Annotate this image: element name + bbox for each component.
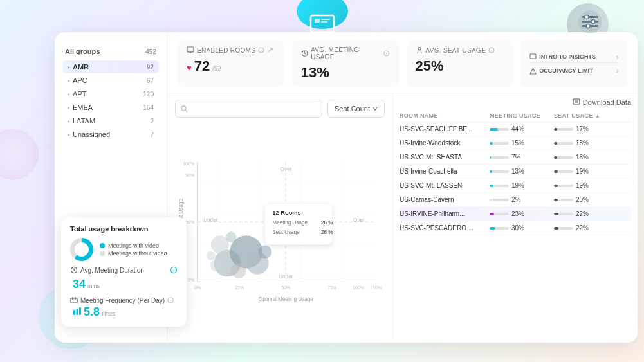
legend-dot-no-video xyxy=(100,251,105,256)
sidebar-group-latam[interactable]: ▸ LATAM 2 xyxy=(62,114,159,127)
svg-rect-5 xyxy=(321,21,327,23)
table-row[interactable]: US-SVC-Mt. LASSEN 19% 19% xyxy=(400,179,631,193)
seat-usage-cell: 17% xyxy=(554,125,618,132)
stat-insights: INTRO TO INSIGHTS › ! OCCUPANCY LIMIT › xyxy=(520,40,627,87)
meeting-pct: 2% xyxy=(511,196,520,203)
seat-bar xyxy=(554,170,573,173)
seat-usage-cell: 18% xyxy=(554,154,618,161)
freq-bar-icon xyxy=(73,307,82,316)
meeting-usage-cell: 44% xyxy=(490,125,554,132)
svg-text:100%: 100% xyxy=(353,285,364,290)
stat-avg-seat-usage: Avg. Seat Usage i 25% xyxy=(407,40,513,87)
meeting-bar-fill xyxy=(490,227,495,230)
seat-bar-fill xyxy=(554,142,557,145)
legend-without-video: Meetings without video xyxy=(100,250,167,257)
enabled-rooms-title: Enabled Rooms i xyxy=(187,46,275,54)
expand-arrow: ▸ xyxy=(68,132,70,138)
svg-point-52 xyxy=(181,106,186,111)
download-data-button[interactable]: Download Data xyxy=(573,98,631,106)
external-link-icon[interactable] xyxy=(267,47,273,53)
seat-usage-cell: 22% xyxy=(554,210,618,217)
room-name: US-SVC-SEACLIFF BE... xyxy=(400,125,490,132)
seat-bar xyxy=(554,185,573,187)
sidebar-group-apc[interactable]: ▸ APC 67 xyxy=(62,74,159,87)
svg-text:0%: 0% xyxy=(188,278,194,283)
svg-rect-103 xyxy=(77,309,78,315)
legend-items: Meetings with video Meetings without vid… xyxy=(100,242,167,257)
table-row[interactable]: US-Irvine-Woodstock 15% 18% xyxy=(400,136,631,150)
stats-row: Enabled Rooms i ♥ 72 /92 Avg. Meeting Us… xyxy=(167,32,638,93)
meeting-bar-fill xyxy=(490,156,491,159)
svg-point-76 xyxy=(210,260,223,272)
meeting-usage-cell: 19% xyxy=(490,182,554,189)
table-row[interactable]: US-IRVINE-Philharm... 23% 22% xyxy=(400,207,631,221)
seat-bar xyxy=(554,213,573,215)
meeting-bar-fill xyxy=(490,170,492,173)
svg-point-47 xyxy=(418,48,421,50)
svg-rect-39 xyxy=(187,47,194,52)
room-name: US-IRVINE-Philharm... xyxy=(400,210,490,217)
svg-text:Optimal Meeting Usage: Optimal Meeting Usage xyxy=(259,296,313,302)
table-row[interactable]: US-SVC-SEACLIFF BE... 44% 17% xyxy=(400,122,631,136)
seat-bar xyxy=(554,142,573,145)
table-row[interactable]: US-SVC-Mt. SHASTA 7% 18% xyxy=(400,150,631,165)
svg-text:i: i xyxy=(261,49,262,53)
seat-count-button[interactable]: Seat Count xyxy=(327,100,385,118)
svg-text:90%: 90% xyxy=(185,174,194,178)
table-row[interactable]: US-Camas-Cavern 2% 20% xyxy=(400,193,631,207)
svg-text:i: i xyxy=(386,51,387,55)
seat-bar xyxy=(554,227,573,230)
insight-occupancy[interactable]: ! OCCUPANCY LIMIT › xyxy=(529,66,618,77)
meeting-bar xyxy=(490,185,509,187)
stat-enabled-rooms: Enabled Rooms i ♥ 72 /92 xyxy=(178,40,284,87)
meeting-usage-cell: 13% xyxy=(490,168,554,175)
meeting-icon xyxy=(301,50,308,57)
group-count: 2 xyxy=(150,118,154,125)
sidebar-group-amr[interactable]: ▸ AMR 92 xyxy=(62,60,159,73)
svg-point-12 xyxy=(586,24,590,28)
freq-unit: times xyxy=(102,311,116,317)
scatter-svg: 0% 25% 50% 75% 100% 110% 0% 50% 90% 100%… xyxy=(175,123,385,336)
avg-duration-value: 34 xyxy=(73,278,86,291)
group-count: 120 xyxy=(143,91,154,98)
meeting-bar xyxy=(490,213,509,215)
meeting-pct: 15% xyxy=(511,140,524,147)
all-groups-header[interactable]: All groups 452 xyxy=(62,45,159,58)
download-icon xyxy=(573,98,580,106)
group-name-label: Unassigned xyxy=(73,131,110,138)
monitor-insight-icon xyxy=(529,53,537,60)
room-name: US-Irvine-Woodstock xyxy=(400,140,490,147)
room-name: US-SVC-PESCADERO ... xyxy=(400,224,490,231)
seat-bar xyxy=(554,128,573,131)
monitor-small-icon xyxy=(187,46,194,54)
frequency-icon xyxy=(70,296,78,304)
meeting-bar xyxy=(490,170,509,173)
sidebar-group-apt[interactable]: ▸ APT 120 xyxy=(62,87,159,100)
svg-rect-91 xyxy=(573,99,580,104)
table-row[interactable]: US-SVC-PESCADERO ... 30% 22% xyxy=(400,221,631,235)
group-name-label: APC xyxy=(73,77,87,84)
usage-breakdown-card: Total usage breakdown Meetings with vide… xyxy=(61,217,187,327)
sidebar-group-emea[interactable]: ▸ EMEA 164 xyxy=(62,101,159,114)
meeting-pct: 19% xyxy=(511,182,524,189)
expand-arrow: ▸ xyxy=(68,118,70,124)
avg-meeting-title: Avg. Meeting Usage i xyxy=(301,46,390,60)
svg-text:100%: 100% xyxy=(183,161,194,166)
sidebar-group-unassigned[interactable]: ▸ Unassigned 7 xyxy=(62,128,159,141)
expand-arrow: ▸ xyxy=(68,64,70,70)
table-row[interactable]: US-Irvine-Coachella 13% 19% xyxy=(400,165,631,179)
svg-point-10 xyxy=(585,15,589,19)
col-seat-usage: SEAT USAGE ▲ xyxy=(554,113,618,119)
seat-bar-fill xyxy=(554,227,558,230)
svg-text:26 %: 26 % xyxy=(321,220,333,226)
info-icon-duration: i xyxy=(170,266,178,274)
seat-pct: 19% xyxy=(576,182,589,189)
svg-text:Under: Under xyxy=(279,274,293,280)
enabled-rooms-value: 72 xyxy=(194,58,210,75)
svg-rect-7 xyxy=(582,16,598,18)
svg-text:i: i xyxy=(173,269,174,273)
meeting-pct: 23% xyxy=(511,210,524,217)
insight-intro[interactable]: INTRO TO INSIGHTS › xyxy=(529,51,618,63)
search-box[interactable] xyxy=(175,100,322,118)
svg-rect-4 xyxy=(321,19,330,20)
